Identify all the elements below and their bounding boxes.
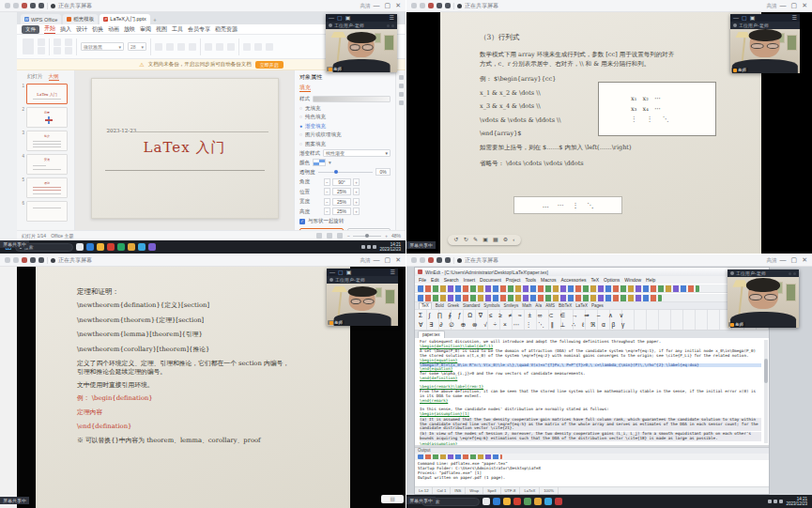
taskbar-clock[interactable]: 14:212023/12/23 — [379, 242, 401, 252]
webcam-options-icon[interactable] — [789, 272, 796, 275]
mic-icon[interactable] — [411, 257, 417, 263]
mic-icon[interactable] — [5, 257, 10, 263]
share-icon[interactable] — [445, 3, 451, 8]
menu-design[interactable]: 设计 — [76, 25, 87, 34]
slide-thumb-5[interactable]: 5 语法 — [20, 177, 71, 198]
decrement-button[interactable]: − — [324, 188, 330, 195]
maximize-icon[interactable]: ▢ — [385, 254, 391, 266]
menu-tools[interactable]: Tools — [525, 277, 536, 283]
camera-icon[interactable] — [437, 3, 442, 8]
menu-animation[interactable]: 动画 — [108, 25, 119, 34]
mic-icon[interactable] — [411, 3, 417, 8]
app-icon-wechat[interactable] — [117, 243, 125, 251]
play-view-icon[interactable] — [337, 233, 343, 239]
alpha-value[interactable]: 0% — [375, 168, 391, 176]
minimize-icon[interactable]: — — [780, 254, 787, 266]
slide-thumb-3[interactable]: 3 简介 — [20, 131, 71, 151]
grid-view-icon[interactable]: ▦ — [493, 235, 498, 245]
animation-icon[interactable] — [399, 84, 404, 88]
maximize-icon[interactable]: ▢ — [338, 269, 344, 276]
quality-label[interactable]: 高清 — [360, 3, 371, 9]
properties-icon[interactable] — [399, 75, 404, 80]
annotation-toolbox-button[interactable]: ▤ — [381, 495, 404, 503]
style-preview[interactable] — [313, 96, 391, 102]
increment-button[interactable]: ＋ — [353, 188, 360, 195]
maximize-icon[interactable]: ▢ — [791, 254, 798, 266]
quality-label[interactable]: 高清 — [767, 257, 777, 264]
maximize-icon[interactable]: ▢ — [385, 0, 391, 11]
minimize-icon[interactable]: — — [733, 14, 739, 22]
menu-help[interactable]: Help — [646, 277, 655, 283]
maximize-icon[interactable]: ▢ — [337, 14, 343, 22]
italic-button[interactable] — [166, 43, 174, 51]
menu-transition[interactable]: 切换 — [92, 25, 103, 34]
outline-icon[interactable] — [399, 92, 404, 97]
menu-window[interactable]: Window — [624, 277, 641, 283]
tab-latex-pptx[interactable]: P LaTeX入门.pptx — [100, 14, 150, 24]
camera-icon[interactable] — [30, 257, 36, 263]
palette-tab-standard[interactable]: Standard — [463, 303, 480, 308]
app-icon-folder[interactable] — [97, 243, 104, 251]
decrement-button[interactable]: − — [324, 198, 330, 206]
toolbar-icons[interactable] — [418, 285, 699, 292]
menu-accessories[interactable]: Accessories — [561, 277, 587, 283]
toolbar-icons[interactable] — [418, 295, 662, 301]
slide-thumb-2[interactable]: 2 目录 — [20, 107, 71, 128]
app-icon-explorer[interactable] — [76, 243, 84, 251]
menu-icon[interactable]: ☰ — [390, 14, 394, 22]
speaker-icon[interactable] — [420, 257, 425, 263]
palette-tab-tex[interactable]: TeX — [419, 302, 432, 309]
app-icon-notes[interactable] — [128, 243, 135, 251]
app-icon-meeting[interactable] — [544, 498, 552, 505]
app-icon-explorer[interactable] — [483, 498, 490, 505]
record-icon[interactable] — [22, 257, 27, 263]
menu-insert[interactable]: 插入 — [60, 25, 71, 34]
menu-project[interactable]: Project — [506, 277, 521, 283]
zoom-out-button[interactable]: − — [347, 233, 350, 239]
app-icon-music[interactable] — [148, 243, 156, 251]
slide-thumb-4[interactable]: 4 安装 — [20, 154, 71, 175]
decrement-button[interactable]: − — [324, 178, 330, 186]
new-slide-button[interactable] — [54, 38, 61, 46]
option-gradient-fill[interactable]: ●渐变填充 — [299, 123, 391, 130]
zoom-level[interactable]: 48% — [391, 233, 401, 239]
pin-icon[interactable]: ▣ — [750, 14, 756, 22]
banner-enable-button[interactable]: 立即开启 — [255, 61, 283, 69]
minimize-icon[interactable]: — — [780, 0, 787, 11]
alpha-slider[interactable] — [318, 172, 374, 173]
rotate-with-shape-checkbox[interactable]: ✓ 与形状一起旋转 — [299, 218, 391, 224]
menu-document[interactable]: Document — [480, 277, 501, 283]
pen-icon[interactable]: ✎ — [473, 235, 478, 245]
app-icon-notes[interactable] — [534, 498, 542, 505]
paste-button[interactable] — [23, 38, 34, 54]
share-icon[interactable] — [445, 257, 451, 263]
align-center-button[interactable] — [216, 43, 223, 51]
menu-tex[interactable]: TeX — [590, 277, 599, 283]
share-icon[interactable] — [38, 3, 44, 8]
shapes-button[interactable] — [243, 43, 251, 51]
record-icon[interactable] — [428, 3, 434, 8]
bullets-button[interactable] — [227, 43, 235, 51]
record-icon[interactable] — [428, 257, 434, 263]
speaker-icon[interactable] — [13, 257, 19, 263]
picture-button[interactable] — [254, 43, 262, 51]
option-picture-fill[interactable]: ○图片或纹理填充 — [299, 131, 391, 138]
new-tab-button[interactable]: ＋ — [152, 16, 158, 24]
close-icon[interactable]: ✕ — [802, 0, 807, 11]
camera-icon[interactable] — [437, 257, 442, 263]
app-icon-folder[interactable] — [503, 498, 511, 505]
menu-insert[interactable]: Insert — [464, 277, 476, 283]
file-menu[interactable]: 文件 — [22, 25, 39, 34]
menu-slideshow[interactable]: 放映 — [124, 25, 135, 34]
fill-section-label[interactable]: 填充 — [299, 84, 311, 92]
speaker-icon[interactable] — [420, 3, 425, 8]
mic-icon[interactable] — [5, 3, 10, 8]
slide-canvas[interactable]: 2023-12-23 LaTex 入门 — [75, 70, 294, 230]
menu-options[interactable]: Options — [604, 277, 620, 283]
palette-tab-math[interactable]: Math — [522, 303, 531, 308]
slide-thumb-6[interactable]: 6 — [20, 201, 71, 222]
maximize-icon[interactable]: ▢ — [742, 14, 747, 22]
title-slide[interactable]: 2023-12-23 LaTex 入门 — [91, 78, 279, 219]
increment-button[interactable]: ＋ — [353, 208, 360, 215]
menu-docer-res[interactable]: 稻壳资源 — [215, 25, 237, 34]
